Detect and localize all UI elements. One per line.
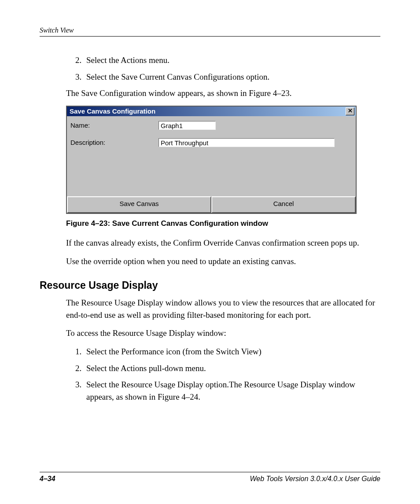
footer-doc-title: Web Tools Version 3.0.x/4.0.x User Guide: [250, 475, 380, 483]
figure-caption: Figure 4–23: Save Current Canvas Configu…: [66, 218, 380, 229]
step-b-3: Select the Resource Usage Display option…: [84, 379, 380, 403]
description-label: Description:: [70, 138, 158, 147]
paragraph-appears: The Save Configuration window appears, a…: [66, 87, 380, 99]
running-head: Switch View: [40, 26, 380, 37]
step-b-2: Select the Actions pull-down menu.: [84, 362, 380, 375]
page-footer: 4–34 Web Tools Version 3.0.x/4.0.x User …: [40, 472, 380, 483]
close-icon[interactable]: ✕: [346, 107, 354, 115]
dialog-body: Name: Graph1 Description: Port Throughpu…: [67, 116, 356, 196]
step-b-1: Select the Performance icon (from the Sw…: [84, 346, 380, 358]
cancel-button[interactable]: Cancel: [211, 196, 356, 213]
step-a-3: Select the Save Current Canvas Configura…: [84, 71, 380, 83]
steps-list-a: Select the Actions menu. Select the Save…: [66, 54, 380, 83]
section-heading-resource-usage: Resource Usage Display: [40, 280, 380, 291]
save-canvas-button[interactable]: Save Canvas: [67, 196, 211, 213]
name-label: Name:: [70, 121, 158, 130]
step-a-2: Select the Actions menu.: [84, 54, 380, 66]
page-number: 4–34: [40, 475, 55, 483]
paragraph-override-exists: If the canvas already exists, the Confir…: [66, 237, 380, 249]
dialog-titlebar[interactable]: Save Canvas Configuration ✕: [67, 107, 356, 116]
dialog-title-text: Save Canvas Configuration: [70, 107, 155, 116]
steps-list-b: Select the Performance icon (from the Sw…: [66, 346, 380, 403]
name-input[interactable]: Graph1: [158, 121, 216, 130]
paragraph-resource-intro: The Resource Usage Display window allows…: [66, 297, 380, 321]
paragraph-override-use: Use the override option when you need to…: [66, 255, 380, 268]
paragraph-resource-access: To access the Resource Usage Display win…: [66, 327, 380, 339]
save-canvas-dialog: Save Canvas Configuration ✕ Name: Graph1…: [66, 106, 357, 214]
description-input[interactable]: Port Throughput: [158, 138, 335, 147]
